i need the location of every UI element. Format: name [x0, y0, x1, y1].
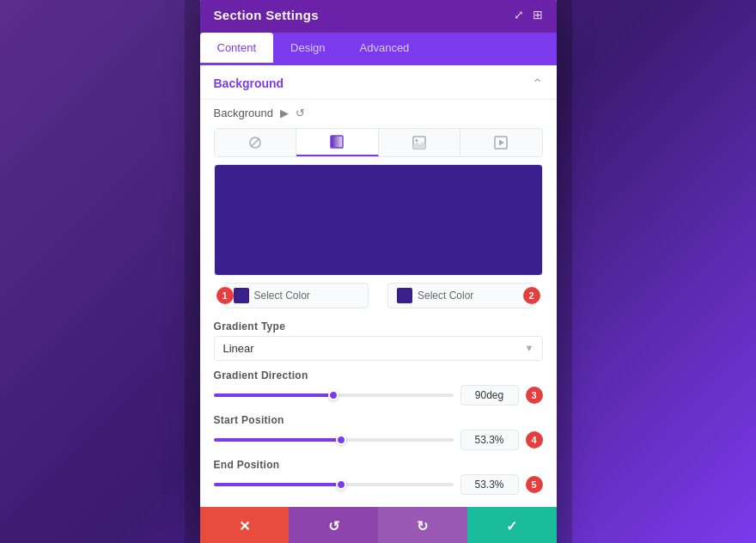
pointer-icon[interactable]: ▶ [280, 107, 289, 119]
panel-title: Section Settings [214, 8, 319, 22]
section-settings-panel: Section Settings ⤢ ⊞ Content Design Adva… [200, 0, 557, 543]
start-position-input[interactable] [460, 430, 519, 450]
cancel-icon: ✕ [239, 518, 250, 534]
gradient-preview [214, 164, 543, 276]
header-icons: ⤢ ⊞ [514, 8, 543, 21]
start-position-slider-row: 4 [214, 430, 543, 450]
gradient-type-select-wrapper: Linear Radial ▼ [214, 336, 543, 361]
color-pickers-row: 1 Select Color Select Color 2 [214, 283, 543, 308]
reset-button[interactable]: ↺ [289, 507, 378, 544]
gradient-direction-group: Gradient Direction 3 [200, 366, 557, 411]
badge-1: 1 [216, 287, 234, 304]
type-tab-video[interactable] [460, 129, 542, 156]
redo-button[interactable]: ↻ [378, 507, 467, 544]
start-position-track[interactable] [214, 438, 454, 442]
end-position-label: End Position [214, 459, 543, 471]
end-position-input[interactable] [460, 474, 519, 495]
svg-point-4 [415, 139, 418, 142]
background-label: Background [214, 107, 273, 119]
expand-icon[interactable]: ⤢ [514, 8, 524, 21]
background-section-header: Background ⌃ [200, 65, 557, 100]
panel-body: Background ⌃ Background ▶ ↺ [200, 65, 557, 507]
tab-design[interactable]: Design [273, 33, 342, 65]
collapse-icon[interactable]: ⌃ [532, 76, 543, 92]
type-tab-gradient[interactable] [296, 129, 379, 156]
type-tab-image[interactable] [379, 129, 461, 156]
color-swatch-2 [397, 288, 412, 303]
panel-footer: ✕ ↺ ↻ ✓ [200, 507, 557, 544]
redo-icon: ↻ [417, 518, 428, 534]
end-position-slider-row: 5 [214, 474, 543, 495]
badge-3: 3 [526, 387, 543, 404]
end-position-track[interactable] [214, 483, 454, 486]
svg-line-1 [251, 138, 259, 147]
reset-icon: ↺ [328, 518, 339, 534]
cancel-button[interactable]: ✕ [200, 507, 290, 544]
color-label-1: Select Color [254, 290, 310, 302]
type-tab-bar [214, 128, 543, 157]
tab-content[interactable]: Content [200, 33, 274, 65]
badge-2: 2 [523, 287, 540, 304]
save-button[interactable]: ✓ [467, 507, 557, 544]
background-section-title: Background [214, 76, 284, 90]
type-tab-none[interactable] [215, 129, 297, 156]
gradient-direction-track[interactable] [214, 394, 454, 397]
reset-bg-icon[interactable]: ↺ [296, 107, 305, 119]
svg-rect-2 [331, 136, 343, 148]
gradient-type-select[interactable]: Linear Radial [214, 336, 543, 361]
gradient-type-label: Gradient Type [214, 320, 543, 333]
gradient-direction-label: Gradient Direction [214, 369, 543, 381]
badge-4: 4 [526, 431, 543, 448]
color-picker-1[interactable]: 1 Select Color [224, 283, 369, 308]
end-position-group: End Position 5 [200, 455, 557, 500]
gradient-direction-input[interactable] [460, 385, 519, 406]
background-label-row: Background ▶ ↺ [200, 100, 557, 123]
save-icon: ✓ [506, 518, 517, 534]
outer-shadow: Section Settings ⤢ ⊞ Content Design Adva… [185, 0, 572, 543]
color-label-2: Select Color [418, 290, 473, 302]
svg-marker-6 [499, 139, 504, 145]
tab-advanced[interactable]: Advanced [343, 33, 427, 65]
start-position-group: Start Position 4 [200, 411, 557, 455]
start-position-label: Start Position [214, 414, 543, 426]
gradient-type-group: Gradient Type Linear Radial ▼ [200, 317, 557, 366]
color-picker-2[interactable]: Select Color 2 [387, 283, 533, 308]
badge-5: 5 [526, 476, 543, 493]
panel-header: Section Settings ⤢ ⊞ [200, 0, 557, 33]
tab-bar: Content Design Advanced [200, 33, 557, 65]
gradient-direction-slider-row: 3 [214, 385, 543, 406]
columns-icon[interactable]: ⊞ [533, 8, 543, 21]
color-swatch-1 [234, 288, 249, 303]
